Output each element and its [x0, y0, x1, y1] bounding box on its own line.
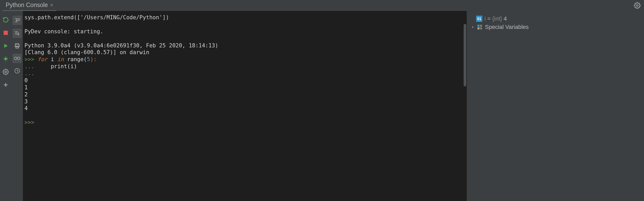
console-line: ...: [24, 70, 465, 77]
console-line: [24, 35, 465, 42]
svg-line-6: [4, 58, 4, 58]
svg-rect-1: [4, 31, 8, 35]
svg-point-10: [5, 71, 6, 73]
console-line: sys.path.extend(['/Users/MING/Code/Pytho…: [24, 14, 465, 21]
svg-point-0: [636, 5, 638, 7]
svg-point-21: [17, 57, 20, 60]
variable-type: {int}: [492, 15, 502, 22]
tab-title: Python Console: [6, 2, 48, 9]
svg-point-3: [4, 58, 7, 60]
primary-toolbar: [0, 11, 11, 201]
console-line: 4: [24, 105, 465, 112]
console-line: 2: [24, 91, 465, 98]
show-variables-icon[interactable]: [12, 54, 22, 63]
svg-rect-24: [477, 25, 479, 27]
console-line: [Clang 6.0 (clang-600.0.57)] on darwin: [24, 49, 465, 56]
debug-icon[interactable]: [2, 55, 10, 63]
console-line: ... print(i): [24, 63, 465, 70]
svg-rect-27: [480, 27, 482, 29]
variable-name: i: [484, 15, 486, 22]
special-variables-label: Special Variables: [485, 24, 529, 30]
svg-line-9: [7, 59, 8, 60]
console-line: 3: [24, 98, 465, 105]
console-line: >>> for i in range(5):: [24, 56, 465, 63]
svg-line-7: [7, 58, 8, 58]
svg-rect-25: [480, 25, 482, 27]
console-line: [24, 21, 465, 28]
rerun-icon[interactable]: [2, 16, 10, 24]
console-line: Python 3.9.0a4 (v3.9.0a4:6e02691f30, Feb…: [24, 42, 465, 49]
settings-icon[interactable]: [2, 68, 10, 76]
int-badge-icon: 01: [476, 16, 482, 22]
new-session-icon[interactable]: [2, 81, 10, 89]
chevron-right-icon: [471, 25, 475, 29]
variables-pane: 01 i = {int} 4: [467, 11, 644, 201]
soft-wrap-icon[interactable]: [12, 16, 22, 25]
console-line: >>>: [24, 119, 465, 126]
svg-rect-26: [477, 27, 479, 29]
equals-sign: =: [487, 15, 491, 22]
print-icon[interactable]: [13, 42, 21, 50]
special-variables-row[interactable]: Special Variables: [469, 23, 641, 31]
svg-point-20: [14, 57, 17, 60]
grid-icon: [477, 24, 483, 30]
gear-icon[interactable]: [633, 1, 641, 10]
console-output[interactable]: sys.path.extend(['/Users/MING/Code/Pytho…: [23, 11, 467, 201]
console-line: PyDev console: starting.: [24, 28, 465, 35]
variable-value: 4: [504, 15, 507, 22]
variable-row-i[interactable]: 01 i = {int} 4: [469, 15, 641, 23]
console-line: 0: [24, 77, 465, 84]
scroll-to-end-icon[interactable]: [12, 29, 22, 38]
history-icon[interactable]: [13, 67, 21, 75]
console-line: 1: [24, 84, 465, 91]
run-icon[interactable]: [2, 42, 10, 50]
svg-marker-2: [4, 44, 8, 48]
scrollbar-thumb[interactable]: [464, 24, 466, 86]
secondary-toolbar: [11, 11, 23, 201]
tab-bar: Python Console ×: [0, 0, 644, 11]
tab-python-console[interactable]: Python Console ×: [3, 0, 56, 11]
svg-line-8: [4, 59, 4, 60]
close-icon[interactable]: ×: [50, 2, 53, 8]
stop-icon[interactable]: [2, 29, 10, 37]
console-line: [24, 112, 465, 119]
